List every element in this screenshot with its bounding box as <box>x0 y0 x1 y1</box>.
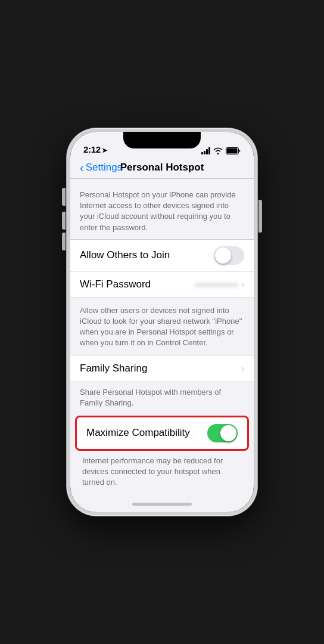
allow-others-label: Allow Others to Join <box>80 249 170 261</box>
location-arrow-icon: ➤ <box>102 147 107 154</box>
hotspot-settings-section: Allow Others to Join Wi-Fi Password ••••… <box>70 239 254 298</box>
wifi-password-label: Wi-Fi Password <box>80 278 151 290</box>
chevron-right-icon: › <box>241 279 244 290</box>
family-sharing-note: Share Personal Hotspot with members of F… <box>70 382 254 416</box>
wifi-password-right: •••••••••• › <box>195 279 244 290</box>
maximize-toggle-knob <box>220 425 236 441</box>
maximize-compatibility-toggle[interactable] <box>207 424 238 442</box>
phone-frame: 2:12➤ <box>67 128 257 516</box>
battery-icon <box>226 147 241 154</box>
home-indicator[interactable] <box>70 496 254 512</box>
family-chevron-icon: › <box>241 363 244 374</box>
family-sharing-label: Family Sharing <box>80 363 147 374</box>
screen: 2:12➤ <box>70 132 254 512</box>
family-sharing-section: Family Sharing › <box>70 355 254 382</box>
maximize-note: Internet performance may be reduced for … <box>70 451 254 496</box>
svg-rect-1 <box>227 148 238 154</box>
back-label: Settings <box>86 162 122 174</box>
page-title: Personal Hotspot <box>120 162 204 174</box>
maximize-section-wrapper: Maximize Compatibility <box>70 416 254 451</box>
wifi-password-value: •••••••••• <box>195 280 239 290</box>
maximize-compatibility-label: Maximize Compatibility <box>86 427 190 439</box>
maximize-compatibility-row: Maximize Compatibility <box>77 417 247 449</box>
secondary-note: Allow other users or devices not signed … <box>70 305 254 355</box>
status-icons <box>201 147 241 154</box>
maximize-compatibility-section: Maximize Compatibility <box>75 416 249 451</box>
allow-others-toggle[interactable] <box>214 246 244 265</box>
toggle-knob <box>215 247 231 264</box>
family-sharing-row[interactable]: Family Sharing › <box>70 355 254 382</box>
description-text: Personal Hotspot on your iPhone can prov… <box>70 190 254 239</box>
signal-bars-icon <box>201 147 210 154</box>
content-area: Personal Hotspot on your iPhone can prov… <box>70 179 254 496</box>
notch <box>123 132 201 148</box>
allow-others-row: Allow Others to Join <box>70 240 254 271</box>
nav-bar: ‹ Settings Personal Hotspot <box>70 158 254 179</box>
status-time: 2:12➤ <box>83 144 107 154</box>
wifi-icon <box>213 147 223 154</box>
back-chevron-icon: ‹ <box>80 162 84 174</box>
back-button[interactable]: ‹ Settings <box>80 162 122 174</box>
home-bar <box>132 503 192 506</box>
wifi-password-row[interactable]: Wi-Fi Password •••••••••• › <box>70 271 254 298</box>
